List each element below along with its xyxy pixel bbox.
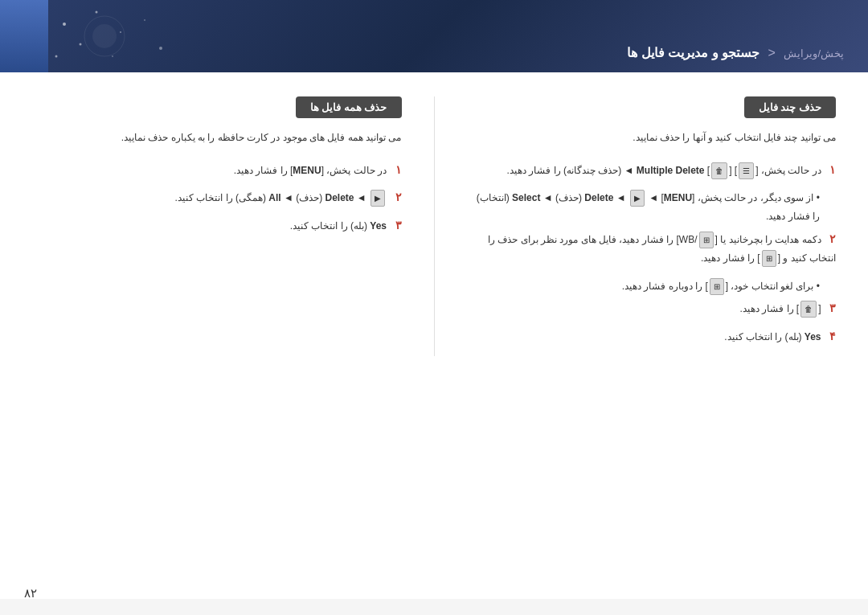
left-step-3: ۳ Yes (بله) را انتخاب کنید. <box>32 217 402 236</box>
svg-point-9 <box>92 24 117 48</box>
menu-icon: ☰ <box>739 162 754 179</box>
right-column: حذف چند فایل می توانید چند فایل انتخاب ک… <box>434 96 837 356</box>
right-step-3: ۳ [🗑] را فشار دهید. <box>467 300 837 318</box>
svg-point-1 <box>96 11 98 14</box>
wb-icon: ⊞ <box>699 232 714 248</box>
breadcrumb-parent: پخش/ویرایش <box>784 47 844 59</box>
top-bar: پخش/ویرایش < جستجو و مدیریت فایل ها <box>0 0 868 72</box>
right-step-2: ۲ دکمه هدایت را بچرخانید یا [⊞/WB] را فش… <box>467 231 837 268</box>
right-intro: می توانید چند فایل انتخاب کنید و آنها را… <box>467 129 837 147</box>
page-number: ۸۲ <box>24 586 37 601</box>
delete-all-button: حذف همه فایل ها <box>296 96 402 118</box>
svg-point-7 <box>55 55 58 58</box>
ok-icon: ⊞ <box>762 250 776 267</box>
left-intro: می توانید همه فایل های موجود در کارت حاف… <box>32 129 402 147</box>
breadcrumb-separator: < <box>764 46 776 59</box>
main-content: حذف چند فایل می توانید چند فایل انتخاب ک… <box>0 72 868 599</box>
right-step-1: ۱ در حالت پخش، [☰] [🗑] Multiple Delete ◄… <box>467 162 837 180</box>
svg-point-0 <box>63 23 66 26</box>
page-title: جستجو و مدیریت فایل ها <box>627 46 760 59</box>
left-step-2: ۲ ▶ ◄ Delete (حذف) ◄ All (همگی) را انتخا… <box>32 189 402 207</box>
svg-point-4 <box>144 19 145 21</box>
delete-multiple-button: حذف چند فایل <box>744 96 836 118</box>
delete-icon: 🗑 <box>711 162 727 179</box>
svg-point-5 <box>159 47 162 50</box>
trash-icon: 🗑 <box>800 301 817 318</box>
left-column: حذف همه فایل ها می توانید همه فایل های م… <box>32 96 434 356</box>
svg-point-6 <box>112 55 113 57</box>
right-step-4: ۴ Yes (بله) را انتخاب کنید. <box>467 328 837 346</box>
left-step-1: ۱ در حالت پخش، [MENU] را فشار دهید. <box>32 162 402 180</box>
play-icon: ▶ <box>630 190 645 207</box>
header-title: پخش/ویرایش < جستجو و مدیریت فایل ها <box>627 45 844 60</box>
right-step-2-bullet: برای لغو انتخاب خود، [⊞] را دوباره فشار … <box>467 277 821 296</box>
svg-point-2 <box>120 31 121 33</box>
cancel-icon-inline: ⊞ <box>710 278 724 295</box>
play-icon-2: ▶ <box>371 190 385 207</box>
content-columns: حذف چند فایل می توانید چند فایل انتخاب ک… <box>32 96 836 356</box>
svg-point-3 <box>80 43 82 46</box>
right-step-1-bullet: از سوی دیگر، در حالت پخش، [MENU] ◄ ▶ ◄ D… <box>467 189 821 226</box>
stars-decoration <box>0 0 241 72</box>
